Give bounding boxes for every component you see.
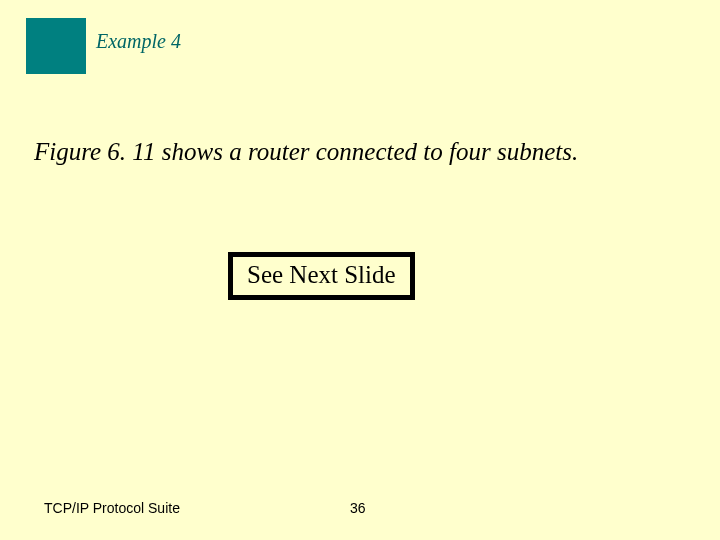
figure-caption: Figure 6. 11 shows a router connected to… — [34, 138, 578, 166]
accent-block — [26, 18, 86, 74]
example-label: Example 4 — [96, 30, 181, 53]
footer-page-number: 36 — [350, 500, 366, 516]
see-next-slide-box: See Next Slide — [228, 252, 415, 300]
see-next-slide-text: See Next Slide — [247, 261, 396, 288]
footer-title: TCP/IP Protocol Suite — [44, 500, 180, 516]
